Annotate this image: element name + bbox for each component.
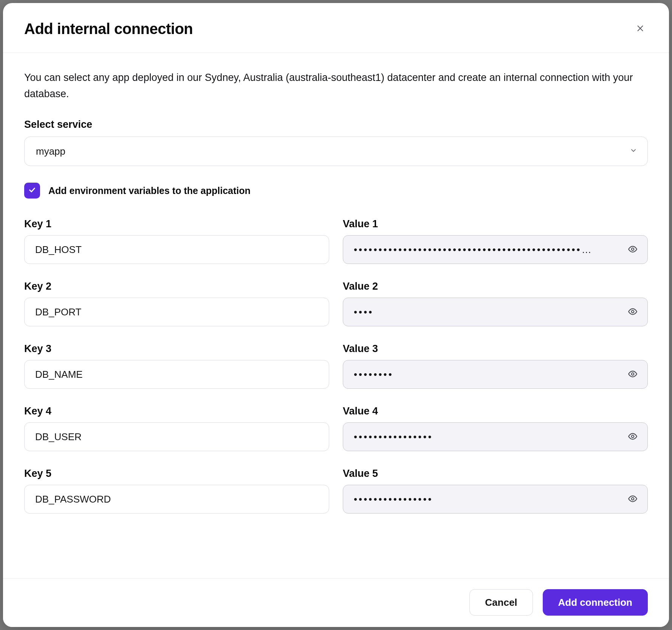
env-var-pair: Key 1 Value 1 <box>24 218 648 264</box>
svg-point-6 <box>632 498 634 500</box>
env-var-key-input[interactable] <box>24 360 329 389</box>
env-var-value-wrap <box>343 360 648 389</box>
close-icon <box>636 24 644 34</box>
svg-point-2 <box>632 248 634 251</box>
env-var-key-col: Key 4 <box>24 405 329 451</box>
modal-footer: Cancel Add connection <box>3 578 669 627</box>
select-service[interactable] <box>24 137 648 166</box>
env-var-key-col: Key 2 <box>24 281 329 326</box>
env-var-value-label: Value 5 <box>343 468 648 479</box>
env-var-key-col: Key 5 <box>24 468 329 514</box>
env-var-value-col: Value 3 <box>343 343 648 389</box>
env-var-key-input[interactable] <box>24 235 329 264</box>
svg-point-4 <box>632 373 634 376</box>
env-var-value-wrap <box>343 422 648 451</box>
env-var-value-input[interactable] <box>343 485 648 514</box>
env-var-value-label: Value 1 <box>343 218 648 230</box>
check-icon <box>28 186 36 196</box>
env-var-value-col: Value 1 <box>343 218 648 264</box>
env-var-key-label: Key 1 <box>24 218 329 230</box>
env-vars-checkbox-label: Add environment variables to the applica… <box>48 185 251 196</box>
env-var-key-col: Key 1 <box>24 218 329 264</box>
env-var-key-input[interactable] <box>24 485 329 514</box>
modal-body: You can select any app deployed in our S… <box>3 53 669 578</box>
eye-icon <box>628 244 638 255</box>
env-var-value-input[interactable] <box>343 235 648 264</box>
env-var-pair: Key 2 Value 2 <box>24 281 648 326</box>
select-service-wrap <box>24 137 648 166</box>
add-connection-modal: Add internal connection You can select a… <box>3 3 669 627</box>
env-var-value-wrap <box>343 485 648 514</box>
select-service-label: Select service <box>24 119 648 130</box>
env-var-value-input[interactable] <box>343 422 648 451</box>
reveal-value-button[interactable] <box>626 305 639 319</box>
env-var-value-col: Value 2 <box>343 281 648 326</box>
env-var-key-label: Key 3 <box>24 343 329 355</box>
eye-icon <box>628 307 638 318</box>
modal-title: Add internal connection <box>24 20 193 37</box>
env-var-key-label: Key 4 <box>24 405 329 417</box>
env-var-pair: Key 3 Value 3 <box>24 343 648 389</box>
intro-text: You can select any app deployed in our S… <box>24 70 648 102</box>
env-var-value-input[interactable] <box>343 298 648 326</box>
env-var-key-input[interactable] <box>24 298 329 326</box>
env-var-key-input[interactable] <box>24 422 329 451</box>
eye-icon <box>628 369 638 380</box>
env-var-key-col: Key 3 <box>24 343 329 389</box>
add-connection-button[interactable]: Add connection <box>543 589 648 616</box>
close-button[interactable] <box>633 22 648 37</box>
env-vars-checkbox-row: Add environment variables to the applica… <box>24 183 648 199</box>
env-var-pair: Key 5 Value 5 <box>24 468 648 514</box>
env-var-pair: Key 4 Value 4 <box>24 405 648 451</box>
svg-point-5 <box>632 435 634 438</box>
env-var-value-col: Value 5 <box>343 468 648 514</box>
eye-icon <box>628 431 638 442</box>
reveal-value-button[interactable] <box>626 492 639 506</box>
svg-point-3 <box>632 310 634 313</box>
eye-icon <box>628 494 638 505</box>
reveal-value-button[interactable] <box>626 368 639 381</box>
reveal-value-button[interactable] <box>626 243 639 256</box>
env-var-value-wrap <box>343 298 648 326</box>
env-var-value-col: Value 4 <box>343 405 648 451</box>
env-var-value-input[interactable] <box>343 360 648 389</box>
env-var-value-label: Value 3 <box>343 343 648 355</box>
env-var-value-label: Value 2 <box>343 281 648 292</box>
env-var-key-label: Key 2 <box>24 281 329 292</box>
env-var-value-label: Value 4 <box>343 405 648 417</box>
env-var-key-label: Key 5 <box>24 468 329 479</box>
env-var-pairs: Key 1 Value 1 Key 2 <box>24 218 648 514</box>
env-vars-checkbox[interactable] <box>24 183 40 199</box>
cancel-button[interactable]: Cancel <box>469 589 533 616</box>
modal-header: Add internal connection <box>3 3 669 53</box>
env-var-value-wrap <box>343 235 648 264</box>
reveal-value-button[interactable] <box>626 430 639 444</box>
